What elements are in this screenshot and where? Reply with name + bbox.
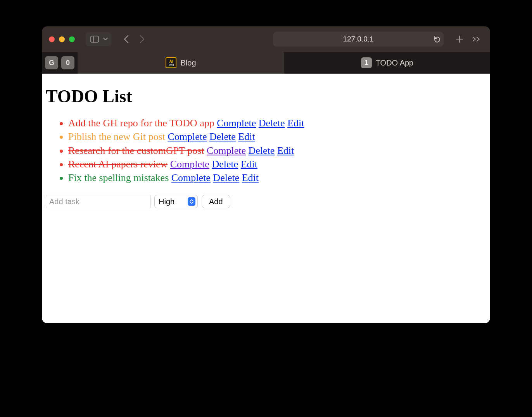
task-row: Add the GH repo for the TODO app Complet… [68, 117, 486, 129]
task-complete-link[interactable]: Complete [207, 145, 246, 156]
task-edit-link[interactable]: Edit [238, 131, 255, 142]
task-edit-link[interactable]: Edit [287, 117, 304, 129]
tab-blog[interactable]: AIBlog Blog [78, 52, 284, 74]
task-text: Piblish the new Git post [68, 131, 165, 142]
pinned-tab-1[interactable]: 0 [61, 56, 74, 69]
task-complete-link[interactable]: Complete [217, 117, 256, 129]
forward-button[interactable] [135, 33, 149, 45]
tab-label: Blog [180, 59, 196, 67]
overflow-button[interactable] [470, 33, 483, 45]
task-complete-link[interactable]: Complete [170, 159, 209, 170]
task-text: Fix the spelling mistakes [68, 172, 169, 183]
sidebar-icon [88, 33, 101, 45]
pinned-tabs: G 0 [42, 52, 78, 74]
chevron-down-icon[interactable] [102, 33, 109, 45]
page-content: TODO List Add the GH repo for the TODO a… [42, 74, 490, 323]
add-button[interactable]: Add [202, 195, 230, 208]
tab-strip: G 0 AIBlog Blog 1 TODO App [42, 52, 490, 74]
task-edit-link[interactable]: Edit [277, 145, 294, 156]
new-tab-button[interactable] [453, 33, 466, 45]
titlebar: 127.0.0.1 [42, 26, 490, 52]
task-delete-link[interactable]: Delete [213, 172, 239, 183]
address-text: 127.0.0.1 [343, 35, 373, 43]
navigation-arrows [120, 33, 149, 45]
tab-todo-app[interactable]: 1 TODO App [284, 52, 490, 74]
task-row: Research for the customGPT post Complete… [68, 144, 486, 157]
task-text: Recent AI papers review [68, 159, 168, 170]
task-delete-link[interactable]: Delete [209, 131, 236, 142]
reload-button[interactable] [434, 35, 440, 43]
tab-label: TODO App [376, 59, 413, 67]
sidebar-toggle[interactable] [86, 32, 111, 46]
task-delete-link[interactable]: Delete [259, 117, 285, 129]
window-controls [49, 36, 75, 42]
priority-select[interactable]: HighMediumLow [154, 195, 198, 208]
task-row: Fix the spelling mistakes Complete Delet… [68, 171, 486, 184]
task-delete-link[interactable]: Delete [249, 145, 275, 156]
add-task-form: HighMediumLow Add [46, 195, 486, 208]
task-edit-link[interactable]: Edit [241, 159, 257, 170]
task-row: Piblish the new Git post Complete Delete… [68, 130, 486, 143]
task-list: Add the GH repo for the TODO app Complet… [46, 117, 486, 184]
task-complete-link[interactable]: Complete [171, 172, 211, 183]
task-text: Add the GH repo for the TODO app [68, 117, 214, 129]
page-title: TODO List [46, 86, 486, 107]
ai-blog-favicon-icon: AIBlog [166, 57, 176, 68]
close-window-icon[interactable] [49, 36, 55, 42]
task-complete-link[interactable]: Complete [168, 131, 207, 142]
pinned-tab-0[interactable]: G [45, 56, 58, 69]
task-edit-link[interactable]: Edit [242, 172, 259, 183]
fullscreen-window-icon[interactable] [69, 36, 75, 42]
back-button[interactable] [120, 33, 133, 45]
browser-window: 127.0.0.1 G [42, 26, 490, 323]
minimize-window-icon[interactable] [59, 36, 65, 42]
task-delete-link[interactable]: Delete [212, 159, 238, 170]
task-text: Research for the customGPT post [68, 145, 204, 156]
svg-rect-0 [91, 36, 98, 42]
address-bar[interactable]: 127.0.0.1 [273, 32, 444, 47]
tab-badge-icon: 1 [361, 57, 372, 68]
task-row: Recent AI papers review Complete Delete … [68, 158, 486, 171]
add-task-input[interactable] [46, 195, 150, 208]
